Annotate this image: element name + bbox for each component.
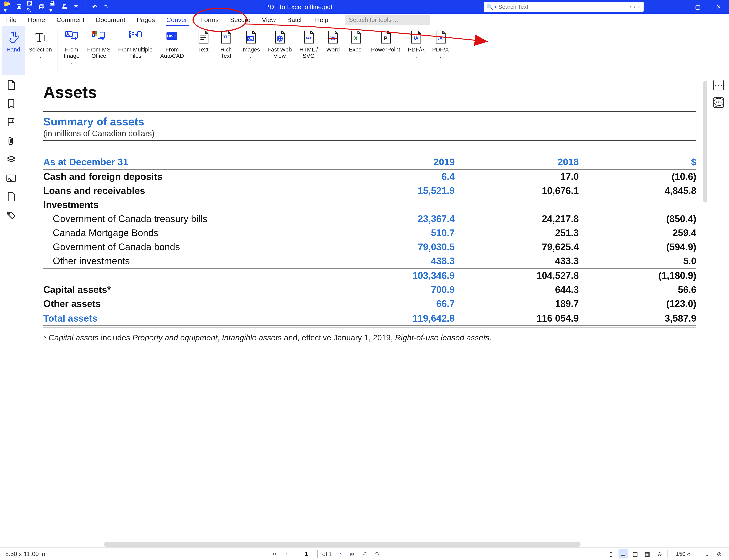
table-cell: (123.0) — [579, 297, 696, 311]
horizontal-scrollbar-thumb[interactable] — [104, 542, 580, 547]
th: 2018 — [455, 155, 579, 169]
ribbon-images[interactable]: Images ⌄ — [238, 26, 264, 75]
th: As at December 31 — [43, 155, 331, 169]
table-cell: 104,527.8 — [455, 268, 579, 283]
search-options-chevron-icon[interactable]: ▾ — [494, 5, 496, 9]
first-page-button[interactable]: ⏮ — [271, 551, 278, 557]
next-page-button[interactable]: › — [337, 551, 345, 557]
two-page-view-button[interactable]: ◫ — [631, 549, 640, 558]
menu-comment[interactable]: Comment — [56, 15, 85, 25]
zoom-dropdown-button[interactable]: ⌄ — [702, 549, 712, 558]
menu-convert[interactable]: Convert — [166, 15, 189, 25]
redo-icon[interactable]: ↷ — [102, 3, 110, 11]
section-subtitle: (in millions of Canadian dollars) — [43, 129, 696, 138]
nav-forward-button[interactable]: ↷ — [373, 551, 381, 557]
table-cell: 23,367.4 — [331, 212, 455, 226]
svg-text:/X: /X — [438, 36, 443, 41]
ribbon-from-autocad[interactable]: DWG From AutoCAD — [157, 26, 188, 75]
ribbon-fast-web-view[interactable]: Fast Web View — [264, 26, 296, 75]
email-icon[interactable]: ✉ — [72, 3, 80, 11]
ribbon-excel[interactable]: X Excel — [345, 26, 367, 75]
menu-document[interactable]: Document — [96, 15, 126, 25]
menu-batch[interactable]: Batch — [287, 15, 304, 25]
undo-icon[interactable]: ↶ — [91, 3, 98, 11]
minimize-button[interactable]: — — [666, 0, 687, 14]
word-file-icon: W — [326, 30, 341, 45]
zoom-out-button[interactable]: ⊖ — [655, 549, 664, 558]
save-icon[interactable]: 🖫 — [15, 3, 23, 11]
last-page-button[interactable]: ⏭ — [349, 551, 357, 557]
ribbon-from-ms-office[interactable]: From MS Office — [83, 26, 114, 75]
two-page-continuous-button[interactable]: ▦ — [643, 549, 652, 558]
chevron-down-icon[interactable]: ⌄ — [249, 54, 252, 59]
continuous-view-button[interactable]: ☰ — [618, 549, 628, 558]
chevron-down-icon[interactable]: ⌄ — [39, 54, 42, 59]
pdfx-file-icon: /X — [433, 30, 448, 45]
document-viewport[interactable]: Assets Summary of assets (in millions of… — [22, 75, 708, 547]
page-number-input[interactable] — [295, 550, 318, 558]
search-box[interactable]: 🔍 ▾ ‹ › × — [484, 2, 644, 12]
attachments-icon[interactable] — [6, 136, 17, 146]
ribbon-word[interactable]: W Word — [322, 26, 345, 75]
menu-secure[interactable]: Secure — [230, 15, 251, 25]
search-prev-icon[interactable]: ‹ — [629, 4, 631, 10]
menu-view[interactable]: View — [262, 15, 276, 25]
search-next-icon[interactable]: › — [633, 4, 635, 10]
thumbnails-icon[interactable] — [6, 80, 17, 90]
table-cell: 10,676.1 — [455, 184, 579, 198]
signatures-icon[interactable] — [6, 173, 17, 184]
ribbon-from-multiple-files[interactable]: From Multiple Files — [114, 26, 157, 75]
ribbon-convert: Hand T| Selection ⌄ From Image ⌄ From MS… — [0, 26, 729, 75]
excel-file-icon: X — [348, 30, 364, 45]
content-icon[interactable]: T — [6, 191, 17, 202]
maximize-button[interactable]: ▢ — [687, 0, 708, 14]
table-cell: (850.4) — [579, 212, 696, 226]
ribbon-hand[interactable]: Hand — [2, 26, 25, 75]
ribbon-rich-text[interactable]: RTF Rich Text — [215, 26, 238, 75]
table-cell: 119,642.8 — [331, 311, 455, 326]
ribbon-text[interactable]: Text — [192, 26, 215, 75]
comment-panel-icon[interactable]: ⋯ — [713, 80, 724, 90]
horizontal-scrollbar-track[interactable] — [76, 542, 685, 547]
menu-forms[interactable]: Forms — [200, 15, 219, 25]
ribbon-pdfx[interactable]: /X PDF/X ⌄ — [428, 26, 452, 75]
single-page-view-button[interactable]: ▯ — [606, 549, 615, 558]
ribbon-pdfa[interactable]: /A PDF/A ⌄ — [404, 26, 428, 75]
menu-pages[interactable]: Pages — [136, 15, 155, 25]
tool-search[interactable]: Search for tools ... — [345, 15, 430, 25]
ribbon-selection[interactable]: T| Selection ⌄ — [25, 26, 56, 75]
zoom-level-input[interactable]: 150% — [667, 550, 699, 558]
chevron-down-icon[interactable]: ⌄ — [70, 60, 73, 65]
search-input[interactable] — [498, 4, 629, 10]
chevron-down-icon[interactable]: ⌄ — [439, 54, 442, 59]
menu-file[interactable]: File — [6, 15, 17, 25]
save-as-icon[interactable]: 🖫✎ — [27, 3, 34, 11]
ribbon-powerpoint[interactable]: P PowerPoint — [367, 26, 404, 75]
nav-back-button[interactable]: ↶ — [361, 551, 369, 557]
rtf-file-icon: RTF — [219, 30, 234, 45]
table-cell: 189.7 — [455, 297, 579, 311]
chevron-down-icon[interactable]: ⌄ — [414, 54, 418, 59]
chat-panel-icon[interactable]: 💬 — [713, 97, 724, 108]
ribbon-html-svg[interactable]: </> HTML / SVG — [296, 26, 322, 75]
copy-icon[interactable]: 🗐 — [38, 3, 46, 11]
ribbon-label: Images — [241, 46, 260, 53]
search-close-icon[interactable]: × — [637, 3, 641, 11]
ribbon-from-image[interactable]: From Image ⌄ — [60, 26, 83, 75]
close-button[interactable]: ✕ — [708, 0, 729, 14]
menu-home[interactable]: Home — [28, 15, 46, 25]
zoom-in-button[interactable]: ⊕ — [715, 549, 724, 558]
tags-icon[interactable] — [6, 210, 17, 221]
menu-help[interactable]: Help — [315, 15, 329, 25]
table-cell: Government of Canada treasury bills — [43, 212, 331, 226]
table-cell: 116 054.9 — [455, 311, 579, 326]
prev-page-button[interactable]: ‹ — [283, 551, 290, 557]
quick-print-icon[interactable]: 🖶 — [61, 3, 68, 11]
bookmarks-icon[interactable] — [6, 98, 17, 109]
flag-icon[interactable] — [6, 117, 17, 128]
vertical-scrollbar[interactable] — [703, 81, 707, 202]
open-folder-icon[interactable]: 📂▾ — [4, 3, 11, 11]
print-icon[interactable]: 🖶▾ — [49, 3, 57, 11]
layers-icon[interactable] — [6, 154, 17, 165]
ribbon-label: Rich Text — [221, 46, 232, 59]
